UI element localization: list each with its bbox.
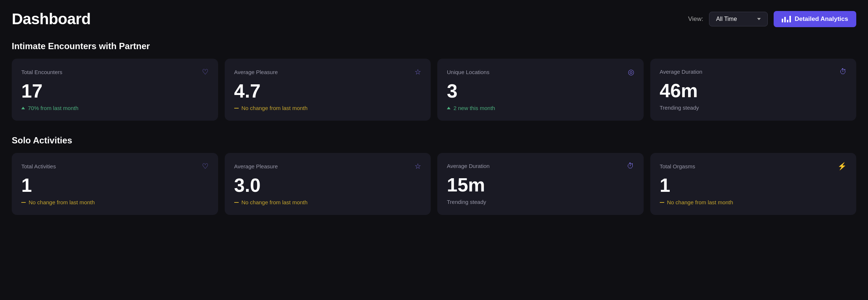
card-label: Total Orgasms bbox=[660, 163, 695, 169]
heart-icon: ♡ bbox=[202, 162, 209, 171]
dash-neutral-icon bbox=[21, 202, 26, 203]
card-change: No change from last month bbox=[21, 199, 209, 205]
dropdown-value: All Time bbox=[716, 16, 737, 22]
card-change-text: No change from last month bbox=[667, 199, 733, 205]
card-change-text: Trending steady bbox=[447, 199, 486, 205]
pin-icon: ◎ bbox=[628, 67, 634, 76]
card-solo-activities-2: Average Duration⏱15mTrending steady bbox=[437, 153, 644, 215]
card-value: 46m bbox=[660, 81, 847, 100]
card-intimate-encounters-2: Unique Locations◎32 new this month bbox=[437, 59, 644, 121]
bar-chart-icon bbox=[782, 16, 791, 22]
card-change-text: 70% from last month bbox=[28, 105, 79, 111]
card-change-text: 2 new this month bbox=[453, 105, 495, 111]
detailed-analytics-button[interactable]: Detailed Analytics bbox=[774, 11, 856, 27]
card-change: No change from last month bbox=[660, 199, 847, 205]
dash-neutral-icon bbox=[234, 108, 239, 109]
clock-icon: ⏱ bbox=[839, 67, 847, 76]
arrow-up-icon bbox=[447, 107, 451, 109]
card-header: Average Pleasure☆ bbox=[234, 67, 422, 76]
arrow-up-icon bbox=[21, 107, 25, 109]
card-intimate-encounters-0: Total Encounters♡1770% from last month bbox=[12, 59, 218, 121]
card-value: 4.7 bbox=[234, 81, 422, 100]
star-icon: ☆ bbox=[415, 162, 421, 171]
card-label: Average Duration bbox=[447, 163, 489, 169]
star-icon: ☆ bbox=[415, 67, 421, 76]
bolt-icon: ⚡ bbox=[838, 162, 847, 171]
section-title-solo-activities: Solo Activities bbox=[12, 135, 856, 146]
section-title-intimate-encounters: Intimate Encounters with Partner bbox=[12, 41, 856, 51]
card-solo-activities-3: Total Orgasms⚡1No change from last month bbox=[650, 153, 857, 215]
card-header: Average Duration⏱ bbox=[660, 67, 847, 76]
card-change-text: Trending steady bbox=[660, 105, 699, 111]
section-intimate-encounters: Intimate Encounters with PartnerTotal En… bbox=[12, 41, 856, 121]
cards-grid-solo-activities: Total Activities♡1No change from last mo… bbox=[12, 153, 856, 215]
card-change: 2 new this month bbox=[447, 105, 634, 111]
card-change: Trending steady bbox=[447, 199, 634, 205]
heart-icon: ♡ bbox=[202, 67, 209, 76]
card-change: 70% from last month bbox=[21, 105, 209, 111]
header-controls: View: All Time Detailed Analytics bbox=[688, 11, 856, 27]
card-label: Total Activities bbox=[21, 163, 56, 169]
card-label: Average Pleasure bbox=[234, 69, 278, 75]
card-value: 3 bbox=[447, 81, 634, 100]
card-label: Total Encounters bbox=[21, 69, 62, 75]
card-label: Average Pleasure bbox=[234, 163, 278, 169]
card-header: Unique Locations◎ bbox=[447, 67, 634, 76]
card-value: 1 bbox=[660, 176, 847, 195]
cards-grid-intimate-encounters: Total Encounters♡1770% from last monthAv… bbox=[12, 59, 856, 121]
card-change-text: No change from last month bbox=[242, 199, 308, 205]
dash-neutral-icon bbox=[234, 202, 239, 203]
card-value: 17 bbox=[21, 81, 209, 100]
card-label: Unique Locations bbox=[447, 69, 489, 75]
card-intimate-encounters-3: Average Duration⏱46mTrending steady bbox=[650, 59, 857, 121]
card-change: Trending steady bbox=[660, 105, 847, 111]
card-change-text: No change from last month bbox=[242, 105, 308, 111]
card-header: Total Activities♡ bbox=[21, 162, 209, 171]
sections-container: Intimate Encounters with PartnerTotal En… bbox=[12, 41, 856, 215]
clock-icon: ⏱ bbox=[627, 162, 634, 170]
card-label: Average Duration bbox=[660, 69, 702, 75]
view-dropdown[interactable]: All Time bbox=[709, 12, 768, 26]
card-change-text: No change from last month bbox=[29, 199, 95, 205]
card-solo-activities-1: Average Pleasure☆3.0No change from last … bbox=[225, 153, 431, 215]
card-value: 1 bbox=[21, 176, 209, 195]
card-value: 3.0 bbox=[234, 176, 422, 195]
section-solo-activities: Solo ActivitiesTotal Activities♡1No chan… bbox=[12, 135, 856, 215]
dash-neutral-icon bbox=[660, 202, 664, 203]
card-header: Total Orgasms⚡ bbox=[660, 162, 847, 171]
page-title: Dashboard bbox=[12, 10, 91, 28]
header: Dashboard View: All Time Detailed Analyt… bbox=[12, 10, 856, 28]
card-solo-activities-0: Total Activities♡1No change from last mo… bbox=[12, 153, 218, 215]
card-header: Average Pleasure☆ bbox=[234, 162, 422, 171]
card-value: 15m bbox=[447, 175, 634, 194]
card-header: Average Duration⏱ bbox=[447, 162, 634, 170]
card-intimate-encounters-1: Average Pleasure☆4.7No change from last … bbox=[225, 59, 431, 121]
chevron-down-icon bbox=[757, 18, 761, 20]
card-header: Total Encounters♡ bbox=[21, 67, 209, 76]
card-change: No change from last month bbox=[234, 199, 422, 205]
view-label: View: bbox=[688, 15, 703, 23]
card-change: No change from last month bbox=[234, 105, 422, 111]
